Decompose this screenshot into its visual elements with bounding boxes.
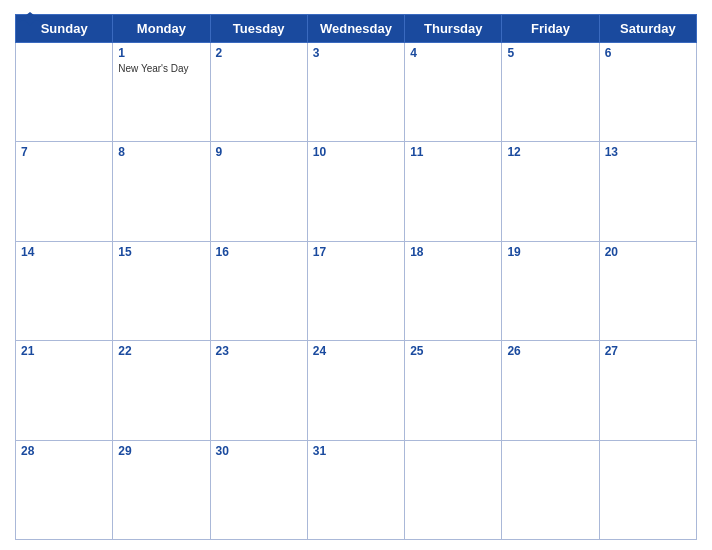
day-number: 6 (605, 46, 691, 60)
calendar-day-cell: 20 (599, 241, 696, 340)
calendar-day-cell: 25 (405, 341, 502, 440)
calendar-day-cell: 31 (307, 440, 404, 539)
day-number: 5 (507, 46, 593, 60)
calendar-day-cell: 6 (599, 43, 696, 142)
day-of-week-header: Tuesday (210, 15, 307, 43)
day-of-week-header: Friday (502, 15, 599, 43)
calendar-day-cell: 11 (405, 142, 502, 241)
calendar-day-cell: 3 (307, 43, 404, 142)
calendar-day-cell: 24 (307, 341, 404, 440)
day-number: 13 (605, 145, 691, 159)
calendar-week-row: 14151617181920 (16, 241, 697, 340)
day-number: 19 (507, 245, 593, 259)
day-number: 26 (507, 344, 593, 358)
day-number: 21 (21, 344, 107, 358)
svg-marker-0 (17, 12, 43, 26)
calendar-body: 1New Year's Day2345678910111213141516171… (16, 43, 697, 540)
day-number: 31 (313, 444, 399, 458)
calendar-day-cell: 8 (113, 142, 210, 241)
day-number: 25 (410, 344, 496, 358)
calendar-day-cell: 1New Year's Day (113, 43, 210, 142)
day-number: 23 (216, 344, 302, 358)
calendar-day-cell: 21 (16, 341, 113, 440)
calendar-day-cell: 2 (210, 43, 307, 142)
calendar-day-cell: 18 (405, 241, 502, 340)
calendar-header-row: SundayMondayTuesdayWednesdayThursdayFrid… (16, 15, 697, 43)
day-number: 30 (216, 444, 302, 458)
day-number: 10 (313, 145, 399, 159)
calendar-day-cell (405, 440, 502, 539)
day-of-week-header: Saturday (599, 15, 696, 43)
calendar-week-row: 78910111213 (16, 142, 697, 241)
day-number: 1 (118, 46, 204, 60)
day-number: 11 (410, 145, 496, 159)
calendar-day-cell: 27 (599, 341, 696, 440)
day-of-week-header: Monday (113, 15, 210, 43)
calendar-day-cell (16, 43, 113, 142)
calendar-day-cell: 9 (210, 142, 307, 241)
calendar-day-cell: 15 (113, 241, 210, 340)
calendar-day-cell: 29 (113, 440, 210, 539)
calendar-day-cell: 13 (599, 142, 696, 241)
calendar-day-cell (599, 440, 696, 539)
calendar-day-cell: 26 (502, 341, 599, 440)
calendar-day-cell: 12 (502, 142, 599, 241)
day-number: 16 (216, 245, 302, 259)
calendar-day-cell: 14 (16, 241, 113, 340)
calendar-day-cell: 7 (16, 142, 113, 241)
calendar-day-cell: 17 (307, 241, 404, 340)
day-number: 24 (313, 344, 399, 358)
calendar-week-row: 21222324252627 (16, 341, 697, 440)
calendar-day-cell (502, 440, 599, 539)
calendar-day-cell: 16 (210, 241, 307, 340)
calendar-day-cell: 4 (405, 43, 502, 142)
calendar-day-cell: 23 (210, 341, 307, 440)
day-number: 17 (313, 245, 399, 259)
day-of-week-header: Wednesday (307, 15, 404, 43)
day-number: 4 (410, 46, 496, 60)
day-number: 7 (21, 145, 107, 159)
logo (15, 10, 45, 28)
day-number: 15 (118, 245, 204, 259)
day-number: 14 (21, 245, 107, 259)
calendar-day-cell: 5 (502, 43, 599, 142)
calendar-day-cell: 30 (210, 440, 307, 539)
day-number: 8 (118, 145, 204, 159)
day-number: 18 (410, 245, 496, 259)
calendar-day-cell: 22 (113, 341, 210, 440)
calendar-day-cell: 19 (502, 241, 599, 340)
day-number: 22 (118, 344, 204, 358)
holiday-label: New Year's Day (118, 62, 204, 75)
calendar-week-row: 1New Year's Day23456 (16, 43, 697, 142)
day-number: 28 (21, 444, 107, 458)
day-number: 27 (605, 344, 691, 358)
day-number: 3 (313, 46, 399, 60)
day-number: 20 (605, 245, 691, 259)
day-number: 12 (507, 145, 593, 159)
calendar-day-cell: 28 (16, 440, 113, 539)
calendar-table: SundayMondayTuesdayWednesdayThursdayFrid… (15, 14, 697, 540)
logo-bird-icon (15, 10, 45, 28)
day-number: 9 (216, 145, 302, 159)
calendar-day-cell: 10 (307, 142, 404, 241)
day-number: 29 (118, 444, 204, 458)
day-number: 2 (216, 46, 302, 60)
day-of-week-header: Thursday (405, 15, 502, 43)
calendar-week-row: 28293031 (16, 440, 697, 539)
